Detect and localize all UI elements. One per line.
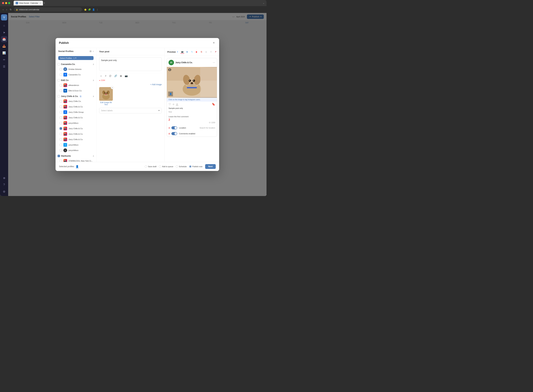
sidebar-pencil-icon[interactable]: ✏: [1, 56, 7, 63]
location-toggle[interactable]: [171, 126, 177, 129]
new-tab-button[interactable]: +: [44, 1, 45, 5]
sidebar-add-icon[interactable]: ⊕: [1, 175, 7, 181]
instagram-icon[interactable]: 📷: [181, 50, 184, 54]
profile-group-juicy-header[interactable]: Juicy Chills & Co. 1 ∧: [56, 94, 96, 98]
publish-now-option[interactable]: Publish now: [189, 165, 202, 168]
edit-image-alt-label[interactable]: Edit Image Alt Text: [99, 101, 113, 106]
sidebar-list-icon[interactable]: ☰: [1, 63, 7, 70]
location-search[interactable]: Search for location: [199, 127, 215, 129]
share-button[interactable]: △: [176, 103, 178, 106]
jcdark-checkbox[interactable]: [60, 149, 62, 152]
profile-item[interactable]: f Juicy Chills Group: [56, 109, 96, 115]
facebook-icon[interactable]: f: [176, 50, 179, 54]
sbny-checkbox[interactable]: [60, 160, 62, 162]
sidebar-settings-icon[interactable]: ⚙: [1, 188, 7, 195]
social-icon-2[interactable]: V: [209, 50, 213, 54]
active-tab[interactable]: V Vista Social - Calendar ×: [14, 1, 43, 5]
profile-item[interactable]: 📷 juicychillsco: [56, 120, 96, 126]
jc2-checkbox[interactable]: [60, 106, 62, 108]
jc3-checkbox[interactable]: [60, 117, 62, 119]
jc1-checkbox[interactable]: [60, 100, 62, 103]
social-icon-1[interactable]: ◎: [204, 50, 208, 54]
hashtag-button[interactable]: #: [104, 74, 107, 78]
add-image-button[interactable]: + Add image: [150, 83, 162, 86]
profile-item[interactable]: ✓ 📷 Juicy Chills & Co.: [56, 126, 96, 131]
comment-button[interactable]: ○: [173, 103, 174, 106]
image-thumbnail[interactable]: [99, 87, 113, 101]
modal-overlay[interactable]: Publish × Social Profiles ⊟ ‹: [8, 13, 267, 196]
group-checkbox-cassandra[interactable]: [58, 63, 60, 65]
schedule-radio[interactable]: [176, 165, 178, 168]
profile-item[interactable]: in Ellie & Enzo Co.: [56, 88, 96, 93]
mention-button[interactable]: @: [108, 74, 112, 78]
reload-button[interactable]: ↻: [9, 8, 12, 12]
sidebar-help-icon[interactable]: ?: [1, 182, 7, 188]
back-button[interactable]: ‹: [2, 8, 4, 12]
social-icon-3[interactable]: ▦: [219, 50, 219, 54]
jctw-checkbox[interactable]: [60, 144, 62, 146]
sidebar-inbox-icon[interactable]: 📥: [1, 43, 7, 49]
bookmark-button[interactable]: 🔖: [212, 103, 215, 106]
sidebar-send-icon[interactable]: ➤: [1, 29, 7, 35]
add-to-queue-radio[interactable]: [159, 165, 161, 168]
emoji-button[interactable]: ☺: [99, 74, 103, 78]
jcgroup-checkbox[interactable]: [60, 111, 62, 113]
comments-toggle[interactable]: [171, 132, 177, 135]
schedule-option[interactable]: Schedule: [176, 165, 187, 168]
linkedin-icon[interactable]: in: [185, 50, 189, 54]
tab-close-button[interactable]: ×: [40, 2, 41, 4]
sidebar-analytics-icon[interactable]: 📊: [1, 50, 7, 56]
modal-close-button[interactable]: ×: [212, 41, 216, 45]
like-button[interactable]: ♡: [168, 103, 171, 106]
minimize-traffic-light[interactable]: [5, 2, 7, 4]
profile-item[interactable]: j juicychillsco: [56, 148, 96, 153]
close-traffic-light[interactable]: [2, 2, 4, 4]
group-checkbox-eeco[interactable]: [58, 79, 60, 81]
camera-button[interactable]: 📷: [124, 74, 128, 78]
profile-item[interactable]: 📷 Juicy Chills & Co.: [56, 104, 96, 109]
twitter-icon[interactable]: 𝕏: [190, 50, 194, 54]
google-icon[interactable]: G: [199, 50, 203, 54]
jcco-checkbox[interactable]: [60, 122, 62, 124]
next-button[interactable]: Next: [205, 164, 216, 169]
profile-item[interactable]: 📷 Juicy Chills & Co.: [56, 131, 96, 137]
profile-group-starbucks-header[interactable]: ✓ Starbucks ∧: [56, 154, 96, 158]
sidebar-home-icon[interactable]: ⌂: [1, 23, 7, 29]
profile-group-cassandra-header[interactable]: Cassandra Co. ∧: [56, 62, 96, 66]
post-textarea[interactable]: Sample post only: [99, 57, 162, 71]
save-draft-radio[interactable]: [145, 165, 147, 168]
youtube-icon[interactable]: ▶: [195, 50, 199, 54]
jc4-checkbox[interactable]: ✓: [60, 127, 62, 130]
profile-item[interactable]: 📷 ellieandenzo: [56, 83, 96, 88]
profile-item[interactable]: K Kristian Antonio: [56, 66, 96, 72]
publish-now-radio[interactable]: [189, 165, 191, 168]
save-draft-option[interactable]: Save draft: [145, 165, 156, 168]
profile-group-eeco-header[interactable]: E&E Co ∧: [56, 78, 96, 83]
enzo-checkbox[interactable]: [60, 89, 62, 92]
filter-icon[interactable]: ⊟: [90, 50, 92, 52]
pinterest-icon[interactable]: P: [214, 50, 218, 54]
cassandra-checkbox[interactable]: [60, 74, 62, 76]
user-tag-hint[interactable]: Click on the image to tag Instagram user…: [167, 98, 217, 102]
link-button[interactable]: 🔗: [113, 74, 118, 78]
profile-item[interactable]: 📷 Juicy Chills & Co.: [56, 137, 96, 142]
add-to-queue-option[interactable]: Add to queue: [159, 165, 173, 168]
image-remove-button[interactable]: ×: [111, 86, 114, 89]
address-input[interactable]: 🔒 vistasocial.com/calendar: [14, 7, 82, 12]
jc6-checkbox[interactable]: [60, 138, 62, 141]
select-profiles-dropdown[interactable]: Select Profiles · 1 ▾: [58, 56, 93, 60]
forward-button[interactable]: ›: [6, 8, 8, 12]
group-checkbox-starbucks-checked[interactable]: ✓: [58, 155, 60, 157]
kristian-checkbox[interactable]: [60, 68, 62, 70]
profile-item[interactable]: 📷 STARBUCKS, New York Ci...: [56, 158, 96, 162]
maximize-traffic-light[interactable]: [8, 2, 10, 4]
profile-item[interactable]: 📷 Juicy Chills & Co.: [56, 115, 96, 120]
sidebar-calendar-icon[interactable]: 📅: [1, 36, 7, 42]
preview-image[interactable]: 1 👤: [167, 67, 217, 98]
collapse-icon[interactable]: ‹: [93, 50, 93, 52]
labels-select[interactable]: Select labels: [99, 108, 162, 113]
jc5-checkbox[interactable]: [60, 133, 62, 135]
group-checkbox-juicy[interactable]: [58, 95, 60, 98]
ellie-checkbox[interactable]: [60, 84, 62, 86]
profile-item[interactable]: 📷 Juicy Chills Co.: [56, 98, 96, 104]
